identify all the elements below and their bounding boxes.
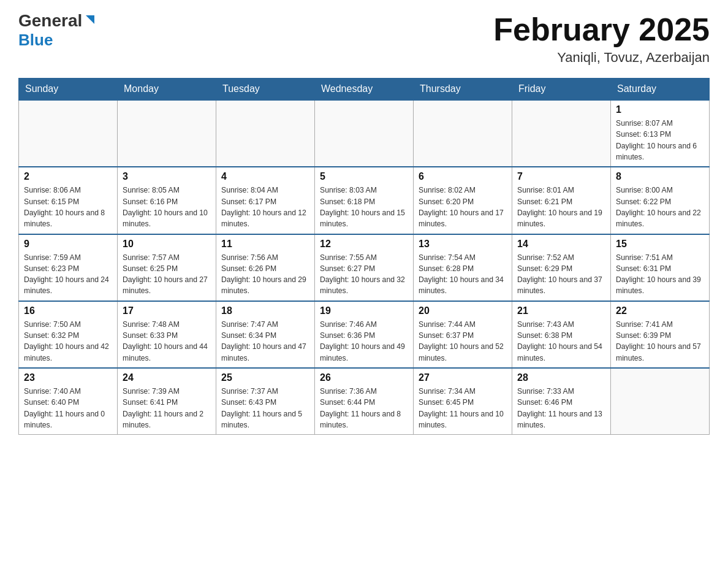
svg-marker-0 (86, 15, 94, 24)
day-number: 26 (320, 372, 408, 383)
day-number: 23 (24, 372, 112, 383)
col-tuesday: Tuesday (216, 79, 315, 101)
table-row (19, 100, 118, 167)
day-number: 22 (616, 305, 704, 316)
logo-general: General (18, 12, 82, 29)
day-number: 15 (616, 239, 704, 250)
col-sunday: Sunday (19, 79, 118, 101)
day-info: Sunrise: 8:06 AMSunset: 6:15 PMDaylight:… (24, 185, 112, 229)
day-info: Sunrise: 7:48 AMSunset: 6:33 PMDaylight:… (123, 319, 211, 364)
day-info: Sunrise: 7:41 AMSunset: 6:39 PMDaylight:… (616, 319, 704, 364)
day-info: Sunrise: 8:00 AMSunset: 6:22 PMDaylight:… (616, 185, 704, 229)
table-row: 28Sunrise: 7:33 AMSunset: 6:46 PMDayligh… (512, 368, 611, 435)
day-info: Sunrise: 7:36 AMSunset: 6:44 PMDaylight:… (320, 386, 408, 431)
logo: General Blue (18, 12, 97, 50)
table-row: 19Sunrise: 7:46 AMSunset: 6:36 PMDayligh… (315, 301, 414, 368)
table-row: 27Sunrise: 7:34 AMSunset: 6:45 PMDayligh… (414, 368, 512, 435)
day-info: Sunrise: 8:03 AMSunset: 6:18 PMDaylight:… (320, 185, 408, 229)
table-row: 22Sunrise: 7:41 AMSunset: 6:39 PMDayligh… (611, 301, 710, 368)
day-number: 19 (320, 305, 408, 316)
day-info: Sunrise: 7:44 AMSunset: 6:37 PMDaylight:… (419, 319, 507, 364)
table-row: 7Sunrise: 8:01 AMSunset: 6:21 PMDaylight… (512, 167, 611, 234)
day-number: 27 (419, 372, 507, 383)
calendar-week-row: 9Sunrise: 7:59 AMSunset: 6:23 PMDaylight… (19, 234, 710, 301)
day-info: Sunrise: 7:59 AMSunset: 6:23 PMDaylight:… (24, 252, 112, 297)
day-info: Sunrise: 7:33 AMSunset: 6:46 PMDaylight:… (517, 386, 605, 431)
col-thursday: Thursday (414, 79, 512, 101)
table-row: 18Sunrise: 7:47 AMSunset: 6:34 PMDayligh… (216, 301, 315, 368)
table-row: 1Sunrise: 8:07 AMSunset: 6:13 PMDaylight… (611, 100, 710, 167)
day-number: 1 (616, 104, 704, 115)
table-row: 26Sunrise: 7:36 AMSunset: 6:44 PMDayligh… (315, 368, 414, 435)
calendar-subtitle: Yaniqli, Tovuz, Azerbaijan (493, 50, 710, 66)
logo-arrow-icon (83, 13, 97, 26)
day-info: Sunrise: 7:39 AMSunset: 6:41 PMDaylight:… (123, 386, 211, 431)
day-info: Sunrise: 7:52 AMSunset: 6:29 PMDaylight:… (517, 252, 605, 297)
title-block: February 2025 Yaniqli, Tovuz, Azerbaijan (493, 12, 710, 66)
table-row: 12Sunrise: 7:55 AMSunset: 6:27 PMDayligh… (315, 234, 414, 301)
calendar-week-row: 16Sunrise: 7:50 AMSunset: 6:32 PMDayligh… (19, 301, 710, 368)
day-number: 21 (517, 305, 605, 316)
day-info: Sunrise: 8:02 AMSunset: 6:20 PMDaylight:… (419, 185, 507, 229)
calendar-table: Sunday Monday Tuesday Wednesday Thursday… (18, 78, 710, 435)
day-info: Sunrise: 8:05 AMSunset: 6:16 PMDaylight:… (123, 185, 211, 229)
day-info: Sunrise: 7:37 AMSunset: 6:43 PMDaylight:… (221, 386, 309, 431)
page-header: General Blue February 2025 Yaniqli, Tovu… (18, 12, 710, 66)
day-number: 20 (419, 305, 507, 316)
day-number: 5 (320, 171, 408, 182)
table-row (118, 100, 216, 167)
table-row: 10Sunrise: 7:57 AMSunset: 6:25 PMDayligh… (118, 234, 216, 301)
col-monday: Monday (118, 79, 216, 101)
table-row: 8Sunrise: 8:00 AMSunset: 6:22 PMDaylight… (611, 167, 710, 234)
table-row (315, 100, 414, 167)
table-row: 21Sunrise: 7:43 AMSunset: 6:38 PMDayligh… (512, 301, 611, 368)
table-row: 4Sunrise: 8:04 AMSunset: 6:17 PMDaylight… (216, 167, 315, 234)
day-number: 25 (221, 372, 309, 383)
day-number: 4 (221, 171, 309, 182)
day-number: 18 (221, 305, 309, 316)
day-number: 7 (517, 171, 605, 182)
table-row: 13Sunrise: 7:54 AMSunset: 6:28 PMDayligh… (414, 234, 512, 301)
calendar-header-row: Sunday Monday Tuesday Wednesday Thursday… (19, 79, 710, 101)
calendar-week-row: 23Sunrise: 7:40 AMSunset: 6:40 PMDayligh… (19, 368, 710, 435)
day-number: 12 (320, 239, 408, 250)
day-number: 3 (123, 171, 211, 182)
day-number: 24 (123, 372, 211, 383)
day-info: Sunrise: 8:01 AMSunset: 6:21 PMDaylight:… (517, 185, 605, 229)
calendar-title: February 2025 (493, 12, 710, 47)
table-row: 20Sunrise: 7:44 AMSunset: 6:37 PMDayligh… (414, 301, 512, 368)
table-row: 3Sunrise: 8:05 AMSunset: 6:16 PMDaylight… (118, 167, 216, 234)
col-wednesday: Wednesday (315, 79, 414, 101)
day-info: Sunrise: 8:04 AMSunset: 6:17 PMDaylight:… (221, 185, 309, 229)
day-info: Sunrise: 7:40 AMSunset: 6:40 PMDaylight:… (24, 386, 112, 431)
day-info: Sunrise: 8:07 AMSunset: 6:13 PMDaylight:… (616, 118, 704, 163)
day-info: Sunrise: 7:43 AMSunset: 6:38 PMDaylight:… (517, 319, 605, 364)
calendar-week-row: 2Sunrise: 8:06 AMSunset: 6:15 PMDaylight… (19, 167, 710, 234)
table-row: 16Sunrise: 7:50 AMSunset: 6:32 PMDayligh… (19, 301, 118, 368)
table-row: 6Sunrise: 8:02 AMSunset: 6:20 PMDaylight… (414, 167, 512, 234)
table-row: 24Sunrise: 7:39 AMSunset: 6:41 PMDayligh… (118, 368, 216, 435)
day-info: Sunrise: 7:46 AMSunset: 6:36 PMDaylight:… (320, 319, 408, 364)
day-info: Sunrise: 7:47 AMSunset: 6:34 PMDaylight:… (221, 319, 309, 364)
table-row: 2Sunrise: 8:06 AMSunset: 6:15 PMDaylight… (19, 167, 118, 234)
day-info: Sunrise: 7:55 AMSunset: 6:27 PMDaylight:… (320, 252, 408, 297)
table-row (512, 100, 611, 167)
day-info: Sunrise: 7:34 AMSunset: 6:45 PMDaylight:… (419, 386, 507, 431)
table-row: 14Sunrise: 7:52 AMSunset: 6:29 PMDayligh… (512, 234, 611, 301)
calendar-week-row: 1Sunrise: 8:07 AMSunset: 6:13 PMDaylight… (19, 100, 710, 167)
table-row: 9Sunrise: 7:59 AMSunset: 6:23 PMDaylight… (19, 234, 118, 301)
day-number: 17 (123, 305, 211, 316)
table-row: 23Sunrise: 7:40 AMSunset: 6:40 PMDayligh… (19, 368, 118, 435)
day-number: 6 (419, 171, 507, 182)
table-row: 11Sunrise: 7:56 AMSunset: 6:26 PMDayligh… (216, 234, 315, 301)
col-friday: Friday (512, 79, 611, 101)
day-info: Sunrise: 7:54 AMSunset: 6:28 PMDaylight:… (419, 252, 507, 297)
table-row: 25Sunrise: 7:37 AMSunset: 6:43 PMDayligh… (216, 368, 315, 435)
col-saturday: Saturday (611, 79, 710, 101)
table-row: 15Sunrise: 7:51 AMSunset: 6:31 PMDayligh… (611, 234, 710, 301)
table-row: 5Sunrise: 8:03 AMSunset: 6:18 PMDaylight… (315, 167, 414, 234)
day-info: Sunrise: 7:56 AMSunset: 6:26 PMDaylight:… (221, 252, 309, 297)
day-number: 11 (221, 239, 309, 250)
day-info: Sunrise: 7:50 AMSunset: 6:32 PMDaylight:… (24, 319, 112, 364)
day-number: 8 (616, 171, 704, 182)
